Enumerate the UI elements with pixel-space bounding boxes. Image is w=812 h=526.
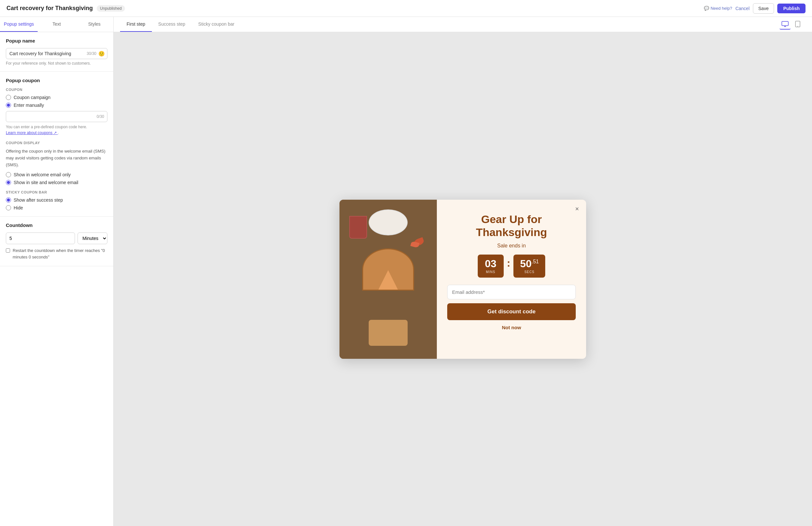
- popup-coupon-section: Popup coupon COUPON Coupon campaign Ente…: [0, 72, 113, 216]
- preview-area: × Gear Up for Thanksgiving Sale ends in …: [114, 32, 812, 526]
- popup-name-section: Popup name 30/30 🙂 For your reference on…: [0, 32, 113, 72]
- cancel-button[interactable]: Cancel: [736, 6, 750, 11]
- tablet-icon: [795, 21, 800, 27]
- emoji-picker-button[interactable]: 🙂: [98, 51, 105, 57]
- sidebar: Popup settings Text Styles Popup name 30…: [0, 17, 114, 526]
- tab-first-step[interactable]: First step: [120, 17, 152, 32]
- svg-rect-0: [782, 22, 788, 26]
- save-button[interactable]: Save: [753, 3, 774, 14]
- countdown-unit-select[interactable]: Minutes Hours Days: [77, 232, 107, 244]
- site-and-welcome-option[interactable]: Show in site and welcome email: [6, 180, 107, 185]
- countdown-section: Countdown Minutes Hours Days Restart the…: [0, 216, 113, 266]
- popup-name-title: Popup name: [6, 38, 107, 43]
- welcome-email-only-option[interactable]: Show in welcome email only: [6, 172, 107, 177]
- tab-sticky-coupon-bar[interactable]: Sticky coupon bar: [192, 17, 241, 32]
- desktop-icon: [782, 21, 789, 27]
- popup-image: [339, 200, 437, 359]
- countdown-input-wrap: Minutes Hours Days: [6, 232, 107, 244]
- device-icons: [780, 19, 806, 30]
- hide-radio[interactable]: [6, 205, 11, 210]
- not-now-button[interactable]: Not now: [502, 325, 521, 330]
- popup-subheading: Sale ends in: [497, 243, 526, 249]
- coupon-radio-group: Coupon campaign Enter manually: [6, 95, 107, 108]
- email-input[interactable]: [447, 285, 576, 299]
- popup-name-input-wrap: 30/30 🙂: [6, 48, 107, 59]
- steps-tabs-bar: First step Success step Sticky coupon ba…: [114, 17, 812, 32]
- coupon-counter: 0/30: [97, 114, 104, 119]
- popup-name-counter: 30/30: [87, 51, 97, 56]
- countdown-separator: :: [507, 255, 510, 269]
- popup-content: × Gear Up for Thanksgiving Sale ends in …: [437, 200, 586, 359]
- welcome-email-only-radio[interactable]: [6, 172, 11, 177]
- countdown-seconds-value: 50.51: [520, 258, 539, 269]
- display-radio-group: Show in welcome email only Show in site …: [6, 172, 107, 185]
- tab-text[interactable]: Text: [38, 17, 75, 32]
- tab-styles[interactable]: Styles: [76, 17, 113, 32]
- countdown-display: 03 MINS : 50.51 SECS: [478, 255, 546, 278]
- restart-countdown-checkbox[interactable]: [6, 248, 10, 253]
- enter-manually-radio[interactable]: [6, 103, 11, 108]
- glass-decoration: [349, 216, 367, 239]
- countdown-seconds-block: 50.51 SECS: [513, 255, 545, 278]
- need-help-button[interactable]: 💬 Need help?: [704, 6, 732, 11]
- help-icon: 💬: [704, 6, 709, 11]
- get-discount-button[interactable]: Get discount code: [447, 303, 576, 320]
- coupon-label: COUPON: [6, 88, 107, 91]
- page-title: Cart recovery for Thanksgiving: [6, 5, 93, 12]
- steps-left: First step Success step Sticky coupon ba…: [120, 17, 241, 32]
- popup-name-helper: For your reference only. Not shown to cu…: [6, 61, 107, 66]
- coupon-input-wrap: 0/30: [6, 111, 107, 122]
- show-after-success-option[interactable]: Show after success step: [6, 197, 107, 203]
- tab-popup-settings[interactable]: Popup settings: [0, 17, 38, 32]
- coupon-helper: You can enter a pre-defined coupon code …: [6, 124, 107, 136]
- topbar: Cart recovery for Thanksgiving Unpublish…: [0, 0, 812, 17]
- main-area: First step Success step Sticky coupon ba…: [114, 17, 812, 526]
- popup-heading: Gear Up for Thanksgiving: [476, 213, 547, 239]
- popup-close-button[interactable]: ×: [572, 204, 582, 213]
- countdown-minutes-value: 03: [484, 258, 497, 269]
- show-after-success-radio[interactable]: [6, 197, 11, 203]
- sticky-coupon-radio-group: Show after success step Hide: [6, 197, 107, 210]
- sticky-coupon-label: STICKY COUPON BAR: [6, 190, 107, 194]
- topbar-left: Cart recovery for Thanksgiving Unpublish…: [6, 5, 125, 12]
- countdown-minutes-block: 03 MINS: [478, 255, 504, 278]
- topbar-right: 💬 Need help? Cancel Save Publish: [704, 3, 806, 14]
- plate-decoration: [369, 210, 408, 236]
- restart-countdown-option[interactable]: Restart the countdown when the timer rea…: [6, 247, 107, 260]
- publish-button[interactable]: Publish: [777, 3, 806, 13]
- desktop-view-button[interactable]: [780, 19, 791, 30]
- learn-more-coupons-link[interactable]: Learn more about coupons ↗: [6, 130, 58, 135]
- tablet-view-button[interactable]: [793, 19, 802, 30]
- countdown-number-input[interactable]: [6, 232, 75, 244]
- site-and-welcome-radio[interactable]: [6, 180, 11, 185]
- popup-coupon-title: Popup coupon: [6, 77, 107, 83]
- countdown-mins-label: MINS: [484, 270, 497, 274]
- sidebar-tabs: Popup settings Text Styles: [0, 17, 113, 32]
- hide-option[interactable]: Hide: [6, 205, 107, 210]
- status-badge: Unpublished: [97, 5, 125, 12]
- enter-manually-option[interactable]: Enter manually: [6, 103, 107, 108]
- layout: Popup settings Text Styles Popup name 30…: [0, 17, 812, 526]
- coupon-campaign-option[interactable]: Coupon campaign: [6, 95, 107, 100]
- popup-card: × Gear Up for Thanksgiving Sale ends in …: [339, 200, 586, 359]
- coupon-display-text: Offering the coupon only in the welcome …: [6, 148, 107, 168]
- dessert-decoration: [369, 320, 408, 346]
- countdown-secs-label: SECS: [520, 270, 539, 274]
- svg-point-4: [797, 26, 798, 27]
- coupon-campaign-radio[interactable]: [6, 95, 11, 100]
- coupon-display-label: COUPON DISPLAY: [6, 141, 107, 145]
- pie-decoration: [362, 248, 414, 290]
- countdown-title: Countdown: [6, 223, 107, 228]
- tab-success-step[interactable]: Success step: [152, 17, 192, 32]
- coupon-code-input[interactable]: [6, 111, 107, 122]
